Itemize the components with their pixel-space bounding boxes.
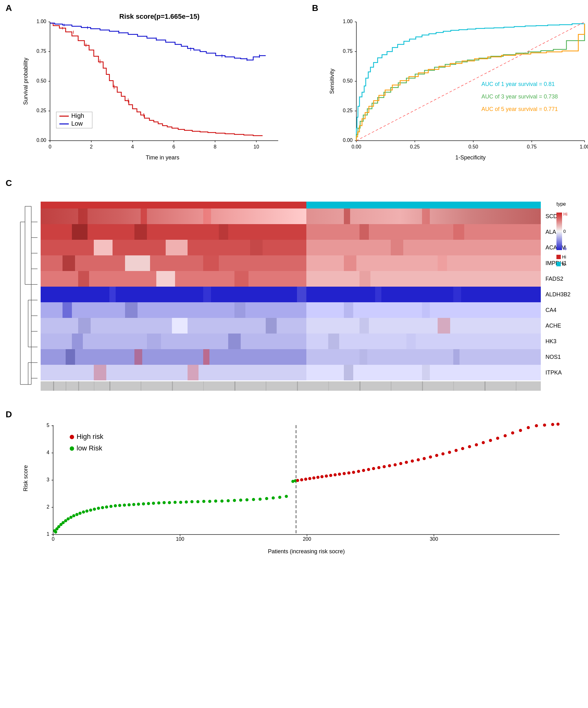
svg-rect-109 — [41, 255, 306, 271]
svg-point-209 — [66, 517, 70, 521]
legend-low-label: Low — [71, 120, 83, 127]
svg-point-267 — [347, 471, 350, 474]
dendrogram — [20, 206, 37, 384]
low-risk-dots — [53, 479, 297, 534]
svg-point-294 — [511, 431, 514, 435]
svg-rect-144 — [72, 333, 83, 349]
svg-point-218 — [97, 507, 100, 510]
svg-point-215 — [85, 509, 88, 513]
svg-rect-162 — [53, 381, 54, 391]
bottom-bar — [41, 381, 541, 391]
svg-rect-133 — [344, 302, 353, 318]
svg-point-248 — [259, 498, 262, 501]
gene-label-acadm: ACADM — [546, 244, 566, 251]
svg-point-229 — [147, 502, 150, 505]
svg-rect-174 — [359, 381, 360, 391]
svg-point-226 — [132, 503, 135, 506]
svg-rect-145 — [147, 333, 161, 349]
svg-point-280 — [417, 458, 420, 461]
svg-rect-172 — [297, 381, 298, 391]
svg-text:300: 300 — [430, 536, 438, 542]
svg-rect-171 — [266, 381, 266, 391]
svg-point-277 — [399, 462, 402, 465]
svg-rect-100 — [219, 224, 228, 240]
svg-text:Survival probability: Survival probability — [23, 58, 29, 105]
svg-rect-93 — [203, 208, 211, 224]
svg-rect-107 — [250, 240, 263, 255]
svg-point-300 — [556, 423, 560, 426]
svg-text:1.00: 1.00 — [36, 19, 46, 24]
svg-rect-166 — [110, 381, 110, 391]
svg-point-297 — [535, 424, 538, 427]
svg-rect-139 — [266, 318, 277, 333]
panel-a: A Risk score(p=1.665e−15) 0.00 0.25 0.50… — [0, 0, 306, 175]
svg-rect-92 — [141, 208, 147, 224]
svg-point-292 — [496, 437, 499, 440]
legend-1yr: AUC of 1 year survival = 0.81 — [481, 81, 555, 87]
svg-text:0.25: 0.25 — [36, 108, 46, 113]
svg-rect-165 — [94, 381, 94, 391]
svg-text:8: 8 — [214, 144, 217, 149]
svg-point-213 — [79, 512, 82, 515]
svg-text:1: 1 — [47, 531, 49, 537]
gene-label-nos1: NOS1 — [546, 354, 561, 360]
svg-rect-138 — [172, 318, 187, 333]
svg-point-255 — [296, 479, 299, 482]
svg-point-236 — [185, 500, 188, 504]
gene-label-hk3: HK3 — [546, 338, 556, 345]
svg-rect-115 — [438, 255, 447, 271]
svg-point-260 — [316, 476, 320, 479]
svg-point-228 — [142, 502, 145, 505]
svg-point-245 — [239, 499, 242, 502]
svg-rect-99 — [135, 224, 147, 240]
svg-rect-164 — [78, 381, 79, 391]
high-curve-ticks — [62, 27, 144, 117]
svg-point-244 — [233, 499, 236, 502]
legend-high-dot — [70, 435, 74, 439]
panel-c-chart: SCD5 ALAD ACADM IM — [16, 181, 572, 403]
legend-low-dot — [70, 446, 74, 451]
svg-text:1.00: 1.00 — [580, 144, 588, 149]
svg-point-210 — [69, 516, 72, 519]
svg-point-225 — [127, 503, 131, 506]
svg-rect-152 — [135, 349, 142, 365]
panel-c: C — [0, 175, 588, 406]
svg-text:0.75: 0.75 — [343, 49, 353, 54]
svg-point-241 — [214, 500, 217, 503]
svg-text:0: 0 — [49, 144, 52, 149]
svg-point-220 — [105, 505, 108, 508]
svg-point-247 — [252, 498, 255, 501]
svg-rect-173 — [328, 381, 329, 391]
svg-point-212 — [75, 513, 79, 516]
svg-rect-106 — [166, 240, 187, 255]
svg-rect-143 — [306, 333, 541, 349]
svg-rect-128 — [41, 302, 306, 318]
svg-point-268 — [352, 471, 355, 474]
svg-point-211 — [72, 514, 75, 517]
svg-point-272 — [372, 467, 375, 470]
svg-text:2: 2 — [47, 504, 49, 509]
svg-rect-112 — [125, 255, 150, 271]
type-low-text: lo — [562, 262, 565, 267]
svg-point-243 — [227, 499, 230, 502]
svg-rect-175 — [391, 381, 391, 391]
svg-point-287 — [461, 447, 464, 450]
svg-rect-169 — [203, 381, 204, 391]
svg-rect-148 — [406, 333, 416, 349]
svg-point-256 — [300, 478, 303, 481]
svg-point-214 — [82, 510, 85, 513]
svg-point-283 — [435, 454, 438, 457]
scale-high: Hi — [563, 212, 567, 217]
svg-point-233 — [168, 501, 171, 504]
svg-rect-121 — [359, 271, 371, 287]
svg-text:0.50: 0.50 — [468, 144, 478, 149]
svg-text:2: 2 — [90, 144, 93, 149]
legend-high-line — [59, 116, 69, 117]
svg-text:0: 0 — [52, 536, 55, 542]
legend-high-risk-text: High risk — [77, 433, 104, 440]
svg-text:4: 4 — [131, 144, 134, 149]
svg-rect-118 — [78, 271, 89, 287]
svg-rect-177 — [453, 381, 454, 391]
svg-point-257 — [304, 478, 307, 481]
svg-rect-111 — [62, 255, 75, 271]
